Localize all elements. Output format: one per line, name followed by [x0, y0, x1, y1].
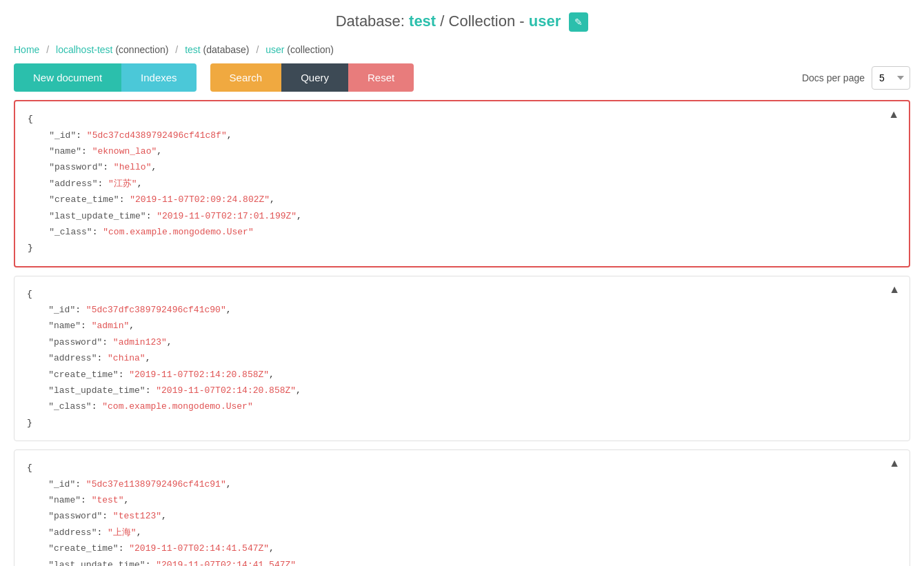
new-document-button[interactable]: New document [14, 63, 121, 92]
col-name: user [529, 12, 561, 30]
document-content: { "_id": "5dc37e11389792496cf41c91", "na… [14, 450, 910, 566]
table-row[interactable]: { "_id": "5dc37cd4389792496cf41c8f", "na… [14, 100, 910, 267]
db-label: Database: [336, 12, 405, 30]
search-button[interactable]: Search [210, 63, 282, 92]
breadcrumb: Home / localhost-test (connection) / tes… [0, 39, 924, 63]
breadcrumb-database[interactable]: test [185, 44, 201, 55]
edit-collection-button[interactable]: ✎ [569, 12, 588, 32]
breadcrumb-collection[interactable]: user [265, 44, 284, 55]
db-name: test [409, 12, 436, 30]
breadcrumb-connection-label: (connection) [115, 44, 168, 55]
toolbar: New document Indexes Search Query Reset … [0, 63, 924, 100]
table-row[interactable]: { "_id": "5dc37dfc389792496cf41c90", "na… [14, 276, 910, 442]
query-button[interactable]: Query [281, 63, 348, 92]
breadcrumb-connection[interactable]: localhost-test [56, 44, 112, 55]
document-list: { "_id": "5dc37cd4389792496cf41c8f", "na… [0, 100, 924, 566]
indexes-button[interactable]: Indexes [121, 63, 197, 92]
docs-per-page-select[interactable]: 5 10 25 50 [872, 66, 910, 90]
document-content: { "_id": "5dc37dfc389792496cf41c90", "na… [14, 276, 910, 441]
breadcrumb-sep-2: / [175, 44, 181, 55]
table-row[interactable]: { "_id": "5dc37e11389792496cf41c91", "na… [14, 449, 910, 566]
collapse-toggle-button[interactable]: ▲ [889, 283, 900, 296]
edit-icon: ✎ [574, 17, 583, 28]
collapse-toggle-button[interactable]: ▲ [888, 108, 899, 121]
collapse-toggle-button[interactable]: ▲ [889, 457, 900, 469]
document-content: { "_id": "5dc37cd4389792496cf41c8f", "na… [15, 101, 909, 266]
col-label: Collection - [449, 12, 525, 30]
path-separator: / [440, 12, 444, 30]
docs-per-page-label: Docs per page [802, 72, 865, 83]
breadcrumb-sep-1: / [46, 44, 52, 55]
breadcrumb-collection-label: (collection) [287, 44, 334, 55]
reset-button[interactable]: Reset [348, 63, 414, 92]
breadcrumb-sep-3: / [256, 44, 261, 55]
breadcrumb-home[interactable]: Home [14, 44, 39, 55]
page-header: Database: test / Collection - user ✎ [0, 0, 924, 39]
breadcrumb-database-label: (database) [203, 44, 250, 55]
